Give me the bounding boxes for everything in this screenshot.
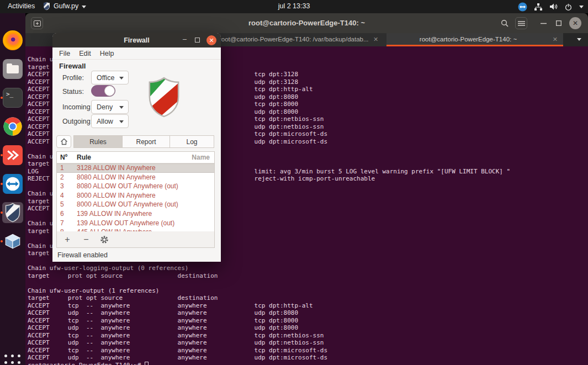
show-applications-icon[interactable]	[4, 355, 21, 365]
rules-toolbar: + −	[56, 231, 215, 248]
menu-file[interactable]: File	[59, 50, 70, 59]
teamviewer-tray-icon[interactable]	[518, 2, 527, 12]
rule-text: 139 ALLOW OUT Anywhere (out)	[77, 219, 174, 227]
status-label: Status:	[62, 88, 84, 96]
rule-number: 1	[60, 164, 64, 172]
terminal-cursor	[145, 362, 149, 365]
maximize-icon[interactable]	[195, 38, 200, 43]
profile-label: Profile:	[62, 74, 84, 82]
running-indicator	[1, 240, 3, 242]
gufw-icon	[4, 203, 21, 223]
volume-icon[interactable]	[549, 3, 558, 10]
header-name: Name	[192, 154, 210, 161]
rule-row[interactable]: 13128 ALLOW IN Anywhere	[57, 163, 214, 173]
firewall-section-heading: Firewall	[59, 62, 86, 70]
system-menu-chevron-down-icon[interactable]	[579, 6, 584, 8]
firewall-status-text: Firewall enabled	[57, 251, 108, 259]
running-indicator	[1, 154, 3, 156]
rule-text: 8000 ALLOW OUT Anywhere (out)	[77, 200, 178, 208]
rule-number: 3	[60, 182, 64, 190]
rule-row[interactable]: 6139 ALLOW IN Anywhere	[57, 209, 214, 219]
close-icon[interactable]: ✕	[569, 17, 581, 29]
dock-item-teamviewer[interactable]	[2, 173, 23, 194]
tab-label: root@cartorio-PowerEdge-T140: /var/backu…	[219, 36, 369, 43]
search-icon[interactable]	[499, 17, 511, 29]
dock-item-files[interactable]	[2, 59, 23, 80]
tab-close-icon[interactable]: ✕	[373, 36, 378, 43]
tab-report[interactable]: Report	[122, 135, 170, 148]
activities-button[interactable]: Activities	[8, 2, 35, 10]
tab-log[interactable]: Log	[169, 135, 214, 148]
chevron-down-icon	[119, 77, 124, 80]
gufw-titlebar[interactable]: Firewall – ✕	[52, 33, 221, 47]
incoming-dropdown[interactable]: Deny	[91, 100, 129, 114]
header-number: Nº	[60, 154, 67, 161]
app-menu-label: Gufw.py	[54, 2, 78, 10]
rule-text: 8080 ALLOW OUT Anywhere (out)	[77, 182, 178, 190]
status-toggle[interactable]	[91, 85, 115, 97]
dock-item-virtualbox[interactable]	[2, 231, 23, 252]
power-icon[interactable]	[564, 3, 573, 11]
clock[interactable]: jul 2 13:33	[278, 2, 310, 10]
rule-text: 8080 ALLOW IN Anywhere	[77, 173, 156, 181]
profile-value: Office	[97, 74, 114, 82]
gufw-shield-logo	[147, 76, 181, 118]
tab-rules[interactable]: Rules	[73, 135, 123, 148]
running-indicator	[1, 97, 3, 99]
gufw-window: Firewall – ✕ File Edit Help Firewall Pro…	[52, 33, 221, 262]
maximize-icon[interactable]	[553, 17, 565, 29]
edit-rule-gear-icon[interactable]	[100, 235, 109, 244]
minimize-icon[interactable]	[537, 17, 549, 29]
home-icon	[60, 138, 68, 145]
anydesk-icon	[3, 145, 23, 165]
rule-number: 7	[60, 219, 64, 227]
rule-row[interactable]: 7139 ALLOW OUT Anywhere (out)	[57, 219, 214, 228]
virtualbox-icon	[3, 232, 22, 251]
rule-number: 2	[60, 173, 64, 181]
dock-item-chrome[interactable]	[2, 116, 23, 137]
gufw-shield-icon	[43, 2, 50, 10]
remove-rule-button[interactable]: −	[81, 235, 91, 245]
network-icon[interactable]	[534, 3, 543, 11]
outgoing-value: Allow	[97, 118, 113, 125]
rule-row[interactable]: 48000 ALLOW IN Anywhere	[57, 191, 214, 200]
header-rule: Rule	[77, 154, 91, 161]
chrome-icon	[3, 117, 23, 136]
profile-dropdown[interactable]: Office	[91, 71, 129, 84]
home-tab-button[interactable]	[56, 135, 71, 148]
terminal-titlebar[interactable]: root@cartorio-PowerEdge-T140: ~ ✕	[25, 13, 588, 33]
incoming-label: Incoming:	[62, 103, 92, 111]
rule-number: 6	[60, 210, 64, 218]
gnome-top-bar: Activities Gufw.py jul 2 13:33	[0, 0, 588, 13]
rules-table-header: Nº Rule Name	[57, 152, 214, 163]
chevron-down-icon	[119, 120, 124, 123]
gufw-menubar: File Edit Help	[52, 47, 221, 60]
terminal-icon: >_	[3, 88, 23, 108]
firefox-icon	[3, 30, 23, 50]
minimize-icon[interactable]: –	[183, 35, 187, 43]
incoming-value: Deny	[97, 103, 113, 111]
hamburger-menu-icon[interactable]	[515, 17, 527, 29]
menu-help[interactable]: Help	[100, 50, 114, 59]
add-rule-button[interactable]: +	[62, 235, 72, 245]
rule-row[interactable]: 28080 ALLOW IN Anywhere	[57, 173, 214, 182]
tab-close-icon[interactable]: ✕	[553, 36, 558, 43]
rule-row[interactable]: 38080 ALLOW OUT Anywhere (out)	[57, 182, 214, 191]
running-indicator	[1, 211, 3, 214]
dock-item-gufw[interactable]	[2, 202, 23, 223]
app-menu[interactable]: Gufw.py	[43, 2, 86, 10]
dock-item-firefox[interactable]	[2, 30, 23, 51]
dock-item-terminal[interactable]: >_	[2, 87, 23, 108]
close-icon[interactable]: ✕	[206, 35, 216, 45]
terminal-tab-home[interactable]: root@cartorio-PowerEdge-T140: ~ ✕	[386, 33, 563, 46]
rule-text: 3128 ALLOW IN Anywhere	[77, 164, 156, 172]
tab-list-chevron-down-icon[interactable]	[577, 38, 581, 41]
outgoing-label: Outgoing:	[62, 118, 92, 125]
outgoing-dropdown[interactable]: Allow	[91, 114, 129, 128]
terminal-prompt: root@cartorio-PowerEdge-T140:~#	[28, 362, 145, 365]
tab-label: root@cartorio-PowerEdge-T140: ~	[386, 36, 550, 43]
rule-row[interactable]: 58000 ALLOW OUT Anywhere (out)	[57, 200, 214, 209]
dock-item-anydesk[interactable]	[2, 145, 23, 166]
rule-number: 4	[60, 192, 64, 199]
menu-edit[interactable]: Edit	[79, 50, 91, 59]
